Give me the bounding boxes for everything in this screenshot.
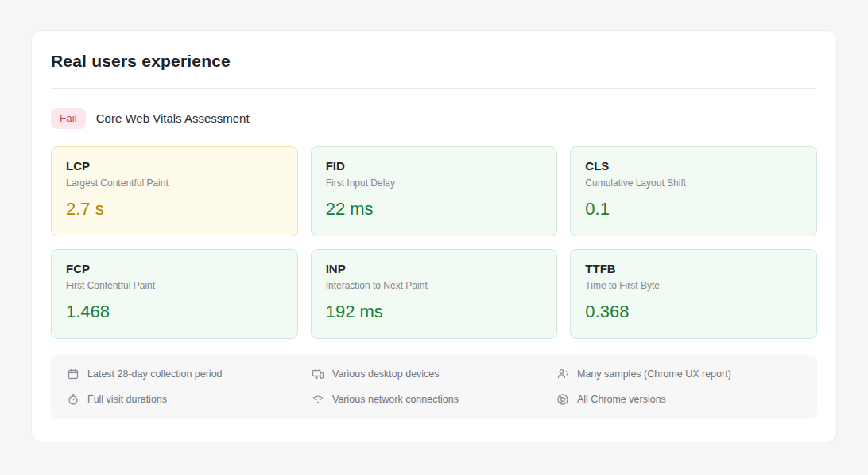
metric-value: 192 ms — [326, 302, 543, 322]
metric-value: 2.7 s — [66, 199, 283, 220]
metric-abbr: CLS — [585, 159, 802, 173]
metric-name: First Contentful Paint — [66, 280, 283, 291]
samples-item: Many samples (Chrome UX report) — [556, 368, 801, 380]
footer-item-label: Full visit durations — [87, 394, 167, 405]
metric-card-lcp: LCP Largest Contentful Paint 2.7 s — [51, 146, 298, 236]
footer-item-label: Latest 28-day collection period — [87, 368, 223, 380]
metric-card-fcp: FCP First Contentful Paint 1.468 — [51, 249, 298, 339]
metric-name: Cumulative Layout Shift — [585, 177, 802, 189]
metric-abbr: LCP — [66, 159, 283, 173]
fail-badge: Fail — [51, 108, 86, 129]
calendar-icon — [67, 368, 79, 380]
metric-abbr: TTFB — [585, 262, 802, 275]
metric-name: Largest Contentful Paint — [66, 177, 283, 189]
page-title: Real users experience — [51, 52, 817, 71]
footer-item-label: Many samples (Chrome UX report) — [577, 368, 731, 380]
metric-value: 1.468 — [66, 302, 283, 322]
metric-abbr: INP — [326, 262, 543, 275]
footer-item-label: All Chrome versions — [577, 394, 666, 405]
metrics-grid: LCP Largest Contentful Paint 2.7 s FID F… — [51, 146, 817, 339]
metric-card-inp: INP Interaction to Next Paint 192 ms — [311, 249, 558, 339]
metric-value: 0.368 — [585, 302, 802, 322]
metric-name: First Input Delay — [326, 177, 543, 189]
chrome-icon — [556, 393, 569, 406]
devices-icon — [312, 368, 324, 380]
metric-name: Interaction to Next Paint — [326, 280, 543, 291]
samples-icon — [556, 368, 569, 380]
metric-card-ttfb: TTFB Time to First Byte 0.368 — [570, 249, 817, 339]
metric-value: 22 ms — [326, 199, 543, 220]
divider — [51, 88, 817, 89]
metric-name: Time to First Byte — [585, 280, 802, 291]
collection-info-bar: Latest 28-day collection period Full vis… — [51, 355, 817, 419]
collection-period-item: Latest 28-day collection period — [67, 368, 312, 380]
metric-abbr: FCP — [66, 262, 283, 275]
footer-item-label: Various desktop devices — [332, 368, 440, 380]
network-icon — [312, 393, 324, 406]
cwv-assessment-row: Fail Core Web Vitals Assessment — [51, 108, 817, 129]
desktop-devices-item: Various desktop devices — [312, 368, 556, 380]
metric-value: 0.1 — [585, 199, 802, 220]
footer-item-label: Various network connections — [332, 394, 459, 405]
assessment-label: Core Web Vitals Assessment — [96, 111, 250, 125]
network-connections-item: Various network connections — [312, 393, 556, 406]
stopwatch-icon — [67, 393, 79, 406]
chrome-versions-item: All Chrome versions — [556, 393, 801, 406]
metric-abbr: FID — [326, 159, 543, 173]
metric-card-cls: CLS Cumulative Layout Shift 0.1 — [570, 146, 817, 236]
metric-card-fid: FID First Input Delay 22 ms — [311, 146, 558, 236]
visit-durations-item: Full visit durations — [67, 393, 312, 406]
real-users-experience-card: Real users experience Fail Core Web Vita… — [31, 30, 837, 442]
